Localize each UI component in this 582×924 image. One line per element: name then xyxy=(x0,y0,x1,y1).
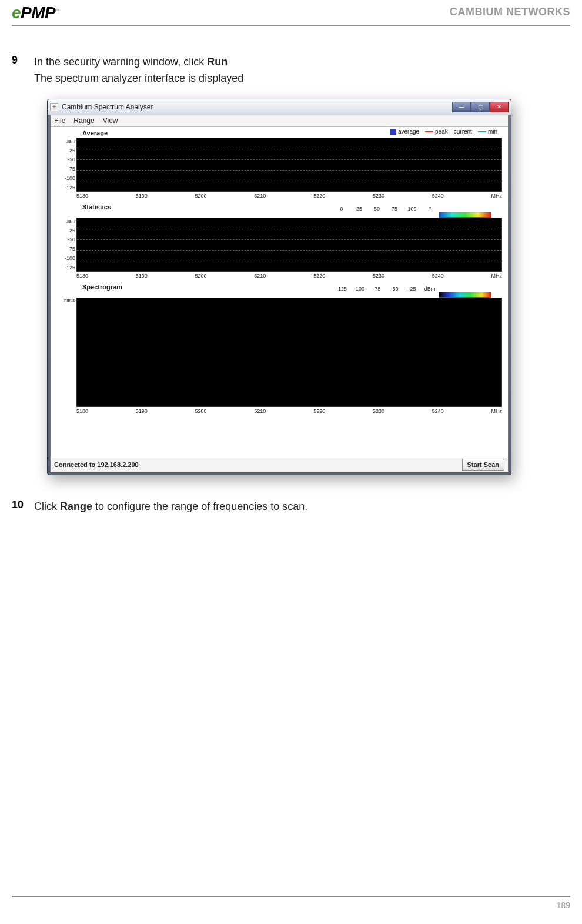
connection-status: Connected to 192.168.2.200 xyxy=(54,461,139,468)
y-axis: dBm -25 -50 -75 -100 -125 xyxy=(56,138,76,192)
swatch-red-icon xyxy=(425,131,433,132)
gradient-bar-icon xyxy=(439,292,491,298)
y-tick: -50 xyxy=(56,236,75,242)
cb-tick: -50 xyxy=(386,286,403,292)
cb-unit: # xyxy=(421,206,439,212)
minimize-button[interactable]: — xyxy=(452,102,471,112)
stats-colorbar: 0 25 50 75 100 # xyxy=(333,206,491,212)
x-tick: 5200 xyxy=(195,408,207,414)
java-icon: ☕ xyxy=(50,103,58,111)
spectrogram-title: Spectrogram xyxy=(82,283,122,291)
text: In the security warning window, click xyxy=(34,56,207,68)
cb-tick: -100 xyxy=(350,286,368,292)
y-tick: -25 xyxy=(56,228,75,233)
x-unit: MHz xyxy=(491,273,502,279)
x-tick: 5210 xyxy=(254,408,266,414)
x-tick: 5190 xyxy=(136,273,148,279)
status-bar: Connected to 192.168.2.200 Start Scan xyxy=(51,458,508,472)
x-axis: 5180 5190 5200 5210 5220 5230 5240 MHz xyxy=(56,192,502,200)
page-footer: 189 xyxy=(12,896,570,910)
y-tick: -25 xyxy=(56,148,75,154)
page-header: ePMP™ CAMBIUM NETWORKS xyxy=(12,0,570,26)
spectrogram-chart: min:s xyxy=(56,298,502,407)
x-tick: 5240 xyxy=(432,408,444,414)
window-buttons: — ▢ ✕ xyxy=(452,102,509,112)
cb-unit: dBm xyxy=(421,286,439,292)
step-body: In the security warning window, click Ru… xyxy=(34,54,243,87)
x-unit: MHz xyxy=(491,408,502,414)
x-tick: 5190 xyxy=(136,408,148,414)
menu-range[interactable]: Range xyxy=(73,116,94,125)
app-body: File Range View Average average peak cur… xyxy=(50,115,509,472)
cb-tick: -75 xyxy=(368,286,386,292)
run-bold: Run xyxy=(207,56,228,68)
window-titlebar[interactable]: ☕ Cambium Spectrum Analyser — ▢ ✕ xyxy=(48,99,511,115)
text: Click xyxy=(34,501,60,512)
cb-tick: 50 xyxy=(368,206,386,212)
x-axis: 5180 5190 5200 5210 5220 5230 5240 MHz xyxy=(56,407,502,415)
spec-colorbar: -125 -100 -75 -50 -25 dBm xyxy=(333,286,491,292)
y-unit: dBm xyxy=(56,219,75,224)
x-tick: 5220 xyxy=(313,408,325,414)
gradient-bar-icon xyxy=(439,212,491,218)
trademark: ™ xyxy=(55,8,60,14)
cb-tick: -125 xyxy=(333,286,350,292)
y-tick: -100 xyxy=(56,175,75,181)
x-tick: 5220 xyxy=(313,193,325,199)
y-axis: dBm -25 -50 -75 -100 -125 xyxy=(56,218,76,272)
legend-min: min xyxy=(478,128,497,135)
swatch-green-icon xyxy=(478,131,486,132)
spectrogram-ylabel: min:s xyxy=(56,298,76,407)
text: to configure the range of frequencies to… xyxy=(92,501,307,512)
step-body: Click Range to configure the range of fr… xyxy=(34,499,307,515)
maximize-button[interactable]: ▢ xyxy=(471,102,490,112)
page-number: 189 xyxy=(557,900,570,910)
step-9-line2: The spectrum analyzer interface is displ… xyxy=(34,71,243,87)
spectrogram-panel: Spectrogram -125 -100 -75 -50 -25 dBm mi… xyxy=(51,281,508,458)
statistics-panel: Statistics 0 25 50 75 100 # dBm xyxy=(51,201,508,281)
step-number: 9 xyxy=(12,54,34,87)
y-tick: -100 xyxy=(56,255,75,261)
start-scan-button[interactable]: Start Scan xyxy=(462,459,504,471)
cb-tick: 25 xyxy=(350,206,368,212)
window-title: Cambium Spectrum Analyser xyxy=(62,103,153,111)
range-bold: Range xyxy=(60,501,92,512)
y-tick: -75 xyxy=(56,166,75,172)
y-tick: -125 xyxy=(56,265,75,271)
y-tick: -50 xyxy=(56,156,75,162)
step-10: 10 Click Range to configure the range of… xyxy=(12,499,570,515)
x-tick: 5210 xyxy=(254,273,266,279)
x-tick: 5210 xyxy=(254,193,266,199)
x-tick: 5240 xyxy=(432,193,444,199)
x-tick: 5230 xyxy=(373,193,384,199)
legend-current: current xyxy=(454,128,472,135)
x-tick: 5180 xyxy=(76,273,88,279)
logo: ePMP™ xyxy=(12,4,60,22)
cb-tick: -25 xyxy=(403,286,421,292)
y-tick: -75 xyxy=(56,246,75,252)
x-tick: 5230 xyxy=(373,408,384,414)
average-plot xyxy=(76,138,502,192)
average-chart: dBm -25 -50 -75 -100 -125 xyxy=(56,138,502,192)
logo-prefix: e xyxy=(12,4,21,22)
menu-file[interactable]: File xyxy=(54,116,65,125)
x-tick: 5190 xyxy=(136,193,148,199)
legend: average peak current min xyxy=(390,128,497,135)
spectrogram-plot xyxy=(76,298,502,407)
menu-view[interactable]: View xyxy=(103,116,118,125)
statistics-plot xyxy=(76,218,502,272)
x-tick: 5220 xyxy=(313,273,325,279)
x-tick: 5230 xyxy=(373,273,384,279)
cb-tick: 100 xyxy=(403,206,421,212)
x-tick: 5200 xyxy=(195,273,207,279)
cb-tick: 75 xyxy=(386,206,403,212)
close-button[interactable]: ✕ xyxy=(490,102,509,112)
y-tick: -125 xyxy=(56,185,75,191)
y-unit: dBm xyxy=(56,139,75,144)
legend-average: average xyxy=(390,128,419,135)
x-unit: MHz xyxy=(491,193,502,199)
x-axis: 5180 5190 5200 5210 5220 5230 5240 MHz xyxy=(56,272,502,280)
statistics-chart: dBm -25 -50 -75 -100 -125 xyxy=(56,218,502,272)
x-tick: 5180 xyxy=(76,193,88,199)
average-panel: Average average peak current min dBm -25… xyxy=(51,127,508,201)
